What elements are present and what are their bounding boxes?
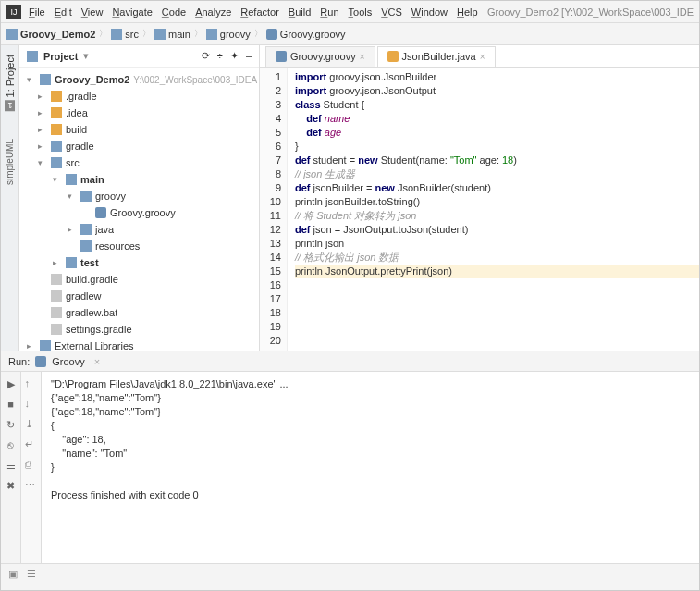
- breadcrumb: Groovy_Demo2 〉src〉main〉groovy〉Groovy.gro…: [1, 23, 699, 45]
- breadcrumb-item[interactable]: Groovy.groovy: [266, 29, 346, 40]
- statusbar: ▣☰: [1, 563, 699, 584]
- run-tool-button[interactable]: ⎙: [25, 459, 38, 472]
- window-title: Groovy_Demo2 [Y:\002_WorkSpace\003_IDE: [487, 6, 694, 18]
- menu-file[interactable]: File: [29, 6, 45, 18]
- menu-refactor[interactable]: Refactor: [240, 6, 279, 18]
- status-icon[interactable]: ▣: [8, 568, 18, 580]
- status-icon[interactable]: ☰: [27, 568, 36, 580]
- menu-tools[interactable]: Tools: [349, 6, 373, 18]
- run-panel: Run: Groovy × ▶■↻⎋☰✖ ↑↓⤓↵⎙⋯ "D:\Program …: [1, 351, 699, 563]
- menu-window[interactable]: Window: [411, 6, 448, 18]
- tree-item[interactable]: ▸java: [19, 221, 259, 238]
- breadcrumb-item[interactable]: groovy: [206, 29, 251, 40]
- menu-navigate[interactable]: Navigate: [112, 6, 152, 18]
- left-tool-tabs: 1 1: Project simpleUML: [1, 45, 19, 351]
- tree-item[interactable]: ▸test: [19, 254, 259, 271]
- breadcrumb-item[interactable]: main: [154, 29, 190, 40]
- project-tool-button[interactable]: ÷: [217, 50, 223, 62]
- tree-item[interactable]: gradlew: [19, 288, 259, 304]
- run-tool-button[interactable]: ↑: [25, 377, 38, 390]
- close-icon[interactable]: ×: [360, 52, 365, 62]
- run-tool-button[interactable]: ↵: [25, 438, 38, 451]
- project-icon: [27, 51, 38, 62]
- tree-item[interactable]: ▾groovy: [19, 188, 259, 204]
- menu-help[interactable]: Help: [457, 6, 478, 18]
- tree-item[interactable]: ▸External Libraries: [19, 338, 259, 351]
- tree-item[interactable]: build.gradle: [19, 271, 259, 288]
- breadcrumb-item[interactable]: src: [111, 29, 139, 40]
- tree-item[interactable]: settings.gradle: [19, 321, 259, 338]
- editor-tab[interactable]: Groovy.groovy×: [265, 46, 375, 67]
- run-tool-button[interactable]: ⎋: [5, 438, 18, 451]
- menu-vcs[interactable]: VCS: [381, 6, 402, 18]
- menu-analyze[interactable]: Analyze: [195, 6, 231, 18]
- run-tool-button[interactable]: ☰: [5, 459, 18, 472]
- tree-item[interactable]: ▾main: [19, 171, 259, 188]
- editor-tabs: Groovy.groovy×JsonBuilder.java×: [260, 45, 699, 68]
- source-code[interactable]: import groovy.json.JsonBuilderimport gro…: [288, 68, 699, 351]
- run-label: Run:: [8, 356, 30, 367]
- breadcrumb-project[interactable]: Groovy_Demo2: [6, 29, 95, 40]
- ide-logo-icon: IJ: [6, 5, 21, 19]
- close-icon[interactable]: ×: [94, 356, 100, 367]
- groovy-icon: [35, 356, 46, 367]
- run-tool-button[interactable]: ⤓: [25, 418, 38, 431]
- close-icon[interactable]: ×: [480, 52, 485, 62]
- editor: Groovy.groovy×JsonBuilder.java× 12345678…: [260, 45, 699, 351]
- run-toolbar-inner: ↑↓⤓↵⎙⋯: [21, 372, 42, 563]
- project-panel: Project ▾ ⟳÷✦– ▾Groovy_Demo2 Y:\002_Work…: [19, 45, 260, 351]
- menu-code[interactable]: Code: [162, 6, 186, 18]
- tab-simpleuml[interactable]: simpleUML: [5, 139, 15, 185]
- menubar: IJ FileEditViewNavigateCodeAnalyzeRefact…: [1, 1, 699, 23]
- tree-item[interactable]: ▸gradle: [19, 138, 259, 154]
- project-panel-title: Project: [43, 51, 78, 62]
- line-gutter: 1234567891011121314151617181920: [260, 68, 288, 351]
- run-tool-button[interactable]: ↻: [5, 418, 18, 431]
- tree-item[interactable]: resources: [19, 238, 259, 254]
- dropdown-icon[interactable]: ▾: [83, 50, 89, 62]
- tree-item[interactable]: gradlew.bat: [19, 304, 259, 321]
- run-config-name: Groovy: [52, 356, 84, 367]
- project-tool-button[interactable]: –: [246, 50, 252, 62]
- project-tool-button[interactable]: ⟳: [202, 50, 210, 62]
- console-output[interactable]: "D:\Program Files\Java\jdk1.8.0_221\bin\…: [42, 372, 699, 563]
- project-tool-button[interactable]: ✦: [230, 50, 239, 62]
- tab-project[interactable]: 1 1: Project: [5, 55, 16, 111]
- run-tool-button[interactable]: ↓: [25, 398, 38, 411]
- tree-item[interactable]: ▾Groovy_Demo2 Y:\002_WorkSpace\003_IDEA: [19, 71, 259, 88]
- menu-run[interactable]: Run: [320, 6, 338, 18]
- tree-item[interactable]: ▸.idea: [19, 105, 259, 121]
- run-tool-button[interactable]: ▶: [5, 377, 18, 390]
- menu-build[interactable]: Build: [289, 6, 311, 18]
- run-tool-button[interactable]: ■: [5, 398, 18, 411]
- run-tool-button[interactable]: ✖: [5, 479, 18, 492]
- menu-view[interactable]: View: [81, 6, 104, 18]
- project-tree: ▾Groovy_Demo2 Y:\002_WorkSpace\003_IDEA▸…: [19, 68, 259, 351]
- menu-edit[interactable]: Edit: [55, 6, 72, 18]
- run-tool-button[interactable]: ⋯: [25, 479, 38, 492]
- tree-item[interactable]: ▸.gradle: [19, 88, 259, 105]
- editor-tab[interactable]: JsonBuilder.java×: [377, 46, 496, 67]
- tree-item[interactable]: ▾src: [19, 154, 259, 171]
- tree-item[interactable]: Groovy.groovy: [19, 204, 259, 221]
- tree-item[interactable]: ▸build: [19, 121, 259, 138]
- run-toolbar-left: ▶■↻⎋☰✖: [1, 372, 21, 563]
